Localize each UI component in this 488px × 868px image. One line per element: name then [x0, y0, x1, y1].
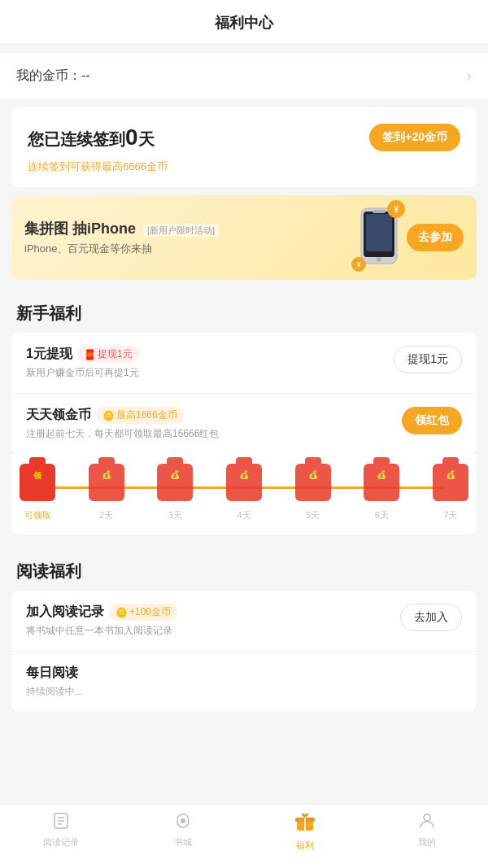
- signin-top: 您已连续签到0天 签到+20金币: [28, 124, 460, 151]
- coin-decoration-bottom: ¥: [351, 257, 366, 272]
- nav-label-mine: 我的: [418, 836, 436, 848]
- welfare-name-1: 1元提现 🧧 提现1元: [26, 346, 139, 363]
- welfare-action-2: 领红包: [402, 407, 462, 434]
- redpack-label-2: 3天: [168, 509, 182, 521]
- join-button[interactable]: 去参加: [407, 224, 464, 251]
- welfare-info-2: 天天领金币 🪙 最高1666金币 注册起前七天，每天都可领取最高16666红包: [26, 407, 219, 441]
- welfare-item-2: 天天领金币 🪙 最高1666金币 注册起前七天，每天都可领取最高16666红包 …: [11, 394, 477, 454]
- welfare-tag-2: 🪙 最高1666金币: [96, 407, 184, 424]
- bookstore-icon: [173, 811, 193, 834]
- withdraw-button[interactable]: 提现1元: [394, 346, 462, 373]
- nav-label-reading: 阅读记录: [43, 836, 79, 848]
- redpack-item-5: 💰 6天: [364, 464, 399, 521]
- reading-name-2: 每日阅读: [26, 665, 83, 682]
- coins-row[interactable]: 我的金币：-- ›: [0, 53, 488, 99]
- redpack-row: 领 可领取 💰 2天 💰: [11, 454, 477, 534]
- reading-desc-1: 将书城中任意一本书加入阅读记录: [26, 624, 177, 638]
- redpack-bag-0: 领: [20, 464, 55, 504]
- welfare-icon: [294, 811, 316, 837]
- redpack-bag-3: 💰: [226, 464, 262, 504]
- redpack-item-2: 💰 3天: [157, 464, 193, 521]
- redpack-label-1: 2天: [99, 509, 113, 521]
- nav-label-bookstore: 书城: [174, 836, 192, 848]
- bottom-nav: 阅读记录 书城 福利 我的: [0, 804, 488, 868]
- svg-point-13: [424, 814, 430, 821]
- svg-point-4: [377, 257, 381, 262]
- banner-left: 集拼图 抽iPhone [新用户限时活动] iPhone、百元现金等你来抽: [24, 219, 219, 256]
- coin-decoration: ¥: [387, 200, 405, 218]
- reading-welfare-container: 加入阅读记录 🪙 +100金币 将书城中任意一本书加入阅读记录 去加入: [11, 591, 477, 712]
- welfare-info-1: 1元提现 🧧 提现1元 新用户赚金币后可再提1元: [26, 346, 139, 380]
- nav-item-welfare[interactable]: 福利: [244, 811, 366, 852]
- signin-button[interactable]: 签到+20金币: [369, 124, 460, 151]
- redpack-label-4: 5天: [306, 509, 320, 521]
- welfare-name-2: 天天领金币 🪙 最高1666金币: [26, 407, 219, 424]
- redpack-bag-1: 💰: [89, 464, 124, 504]
- redpack-bag-2: 💰: [157, 464, 193, 504]
- chevron-right-icon: ›: [467, 68, 472, 85]
- svg-rect-2: [366, 214, 392, 251]
- redpack-items: 领 可领取 💰 2天 💰: [20, 464, 468, 521]
- beginner-section-title: 新手福利: [0, 288, 488, 333]
- reading-action-1: 去加入: [400, 604, 462, 631]
- redpack-bag-4: 💰: [295, 464, 331, 504]
- signin-title: 您已连续签到0天: [28, 124, 155, 150]
- welfare-desc-1: 新用户赚金币后可再提1元: [26, 366, 139, 380]
- reading-record-icon: [51, 811, 71, 834]
- welfare-item-1: 1元提现 🧧 提现1元 新用户赚金币后可再提1元 提现1元: [11, 333, 477, 394]
- redpack-item-3: 💰 4天: [226, 464, 262, 521]
- iphone-banner: 集拼图 抽iPhone [新用户限时活动] iPhone、百元现金等你来抽 ¥: [11, 195, 477, 280]
- svg-point-9: [181, 818, 185, 823]
- signin-subtitle: 连续签到可获得最高6666金币: [28, 159, 460, 174]
- coins-label: 我的金币：--: [16, 68, 90, 85]
- welfare-action-1: 提现1元: [394, 346, 462, 373]
- svg-rect-3: [373, 210, 386, 213]
- reading-item-2: 每日阅读 持续阅读中...: [11, 652, 477, 712]
- reading-tag-1: 🪙 +100金币: [109, 604, 177, 621]
- banner-subtitle: iPhone、百元现金等你来抽: [24, 242, 219, 256]
- nav-label-welfare: 福利: [296, 840, 314, 852]
- redpack-item-0[interactable]: 领 可领取: [20, 464, 55, 521]
- add-reading-button[interactable]: 去加入: [400, 604, 462, 631]
- redpack-label-5: 6天: [375, 509, 389, 521]
- redpack-item-6: 💰 7天: [433, 464, 468, 521]
- banner-title: 集拼图 抽iPhone [新用户限时活动]: [24, 219, 219, 238]
- redpack-item-4: 💰 5天: [295, 464, 331, 521]
- nav-item-mine[interactable]: 我的: [366, 811, 488, 852]
- reading-name-1: 加入阅读记录 🪙 +100金币: [26, 604, 177, 621]
- mine-icon: [417, 811, 437, 834]
- welfare-tag-1: 🧧 提现1元: [77, 346, 139, 363]
- redpack-bag-6: 💰: [433, 464, 468, 504]
- reading-info-1: 加入阅读记录 🪙 +100金币 将书城中任意一本书加入阅读记录: [26, 604, 177, 638]
- beginner-welfare-container: 1元提现 🧧 提现1元 新用户赚金币后可再提1元 提现1元 天天领金币 🪙: [11, 333, 477, 454]
- redpack-button[interactable]: 领红包: [402, 407, 462, 434]
- page-header: 福利中心: [0, 0, 488, 45]
- nav-item-reading[interactable]: 阅读记录: [0, 811, 122, 852]
- signin-card: 您已连续签到0天 签到+20金币 连续签到可获得最高6666金币: [11, 107, 477, 187]
- redpack-label-3: 4天: [237, 509, 251, 521]
- redpack-item-1: 💰 2天: [89, 464, 124, 521]
- redpack-bag-5: 💰: [364, 464, 399, 504]
- nav-item-bookstore[interactable]: 书城: [122, 811, 244, 852]
- header-title: 福利中心: [215, 15, 273, 31]
- welfare-desc-2: 注册起前七天，每天都可领取最高16666红包: [26, 427, 219, 441]
- reading-item-1: 加入阅读记录 🪙 +100金币 将书城中任意一本书加入阅读记录 去加入: [11, 591, 477, 652]
- redpack-label-6: 7天: [443, 509, 457, 521]
- fade-overlay: [11, 687, 477, 712]
- reading-section-title: 阅读福利: [0, 546, 488, 591]
- reading-section: 阅读福利 加入阅读记录 🪙 +100金币 将书城中任意一本书加入阅读记录 去加入: [0, 546, 488, 712]
- banner-right: ¥ ¥ 去参加: [359, 207, 464, 268]
- redpack-label-0: 可领取: [24, 509, 51, 521]
